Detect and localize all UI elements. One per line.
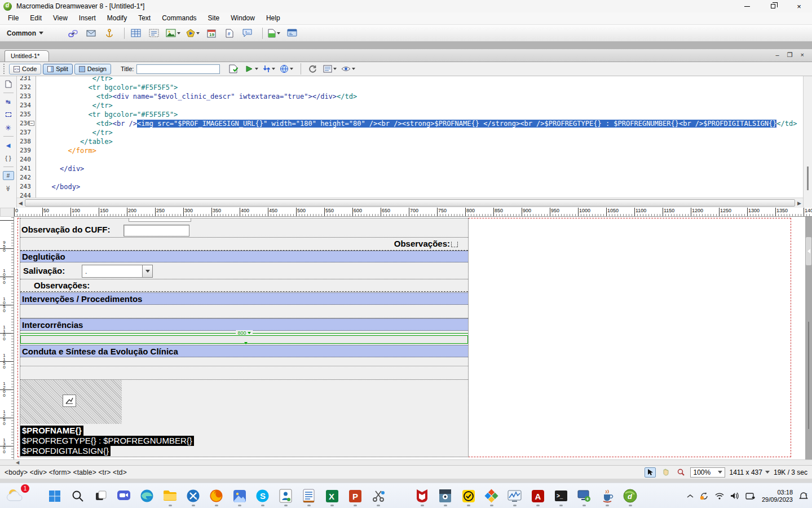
window-size-select[interactable]: 1411 x 437 [729, 468, 770, 476]
code-line-242[interactable]: 242 [17, 173, 803, 182]
hand-tool-button[interactable] [660, 467, 671, 478]
code-line-234[interactable]: 234</tr> [17, 101, 803, 110]
prof-name-text[interactable]: $PROFNAME{} [20, 426, 83, 436]
taskbar-x-app-icon[interactable] [182, 485, 205, 507]
collapse-toggle-icon[interactable]: − [29, 121, 34, 126]
select-parent-tag-icon[interactable]: ◀ [3, 141, 14, 150]
taskbar-photos-icon[interactable] [228, 485, 251, 507]
empty-row[interactable] [20, 357, 468, 366]
design-view-button[interactable]: Design [74, 64, 111, 75]
tag-selector-form[interactable]: <form> [49, 468, 73, 476]
clock[interactable]: 03:18 29/09/2023 [762, 489, 793, 503]
date-icon[interactable]: 19 [204, 27, 219, 40]
split-view-button[interactable]: Split [43, 64, 72, 75]
taskbar-terminal-icon[interactable]: >_ [549, 485, 572, 507]
taskbar-widget-button[interactable]: 1 [6, 486, 28, 506]
taskbar-security-check-icon[interactable] [457, 485, 480, 507]
taskbar-excel-icon[interactable]: X [320, 485, 343, 507]
taskbar-snipping-icon[interactable] [367, 485, 390, 507]
code-line-236[interactable]: 236−<td><br /><img src="$PROF_IMAGESIGN_… [17, 119, 803, 128]
zoom-tool-button[interactable] [675, 467, 686, 478]
scrollbar-thumb[interactable] [807, 167, 809, 190]
code-horizontal-scrollbar[interactable]: ◀ ▶ [17, 198, 803, 208]
tag-selector-td[interactable]: <td> [113, 468, 127, 476]
menu-file[interactable]: File [2, 12, 24, 24]
code-line-237[interactable]: 237</tr> [17, 128, 803, 137]
menu-commands[interactable]: Commands [156, 12, 202, 24]
tag-selector-tr[interactable]: <tr> [98, 468, 113, 476]
tag-selector-body[interactable]: <body> [5, 468, 30, 476]
clipped-input-fragment[interactable] [129, 218, 191, 222]
code-line-235[interactable]: 235<tr bgcolor="#F5F5F5"> [17, 110, 803, 119]
check-browser-icon[interactable] [279, 62, 294, 76]
taskbar-acrobat-icon[interactable]: A [526, 485, 549, 507]
validate-markup-icon[interactable] [227, 62, 241, 76]
tray-device-icon[interactable] [745, 492, 756, 500]
code-view-button[interactable]: <> Code [9, 64, 41, 75]
taskbar-edge-icon[interactable] [135, 485, 158, 507]
code-line-241[interactable]: 241</div> [17, 164, 803, 173]
taskbar-task-view-icon[interactable] [89, 485, 112, 507]
file-management-icon[interactable] [262, 62, 276, 76]
visual-aids-icon[interactable] [340, 62, 356, 76]
templates-icon[interactable] [267, 27, 281, 40]
scrollbar-thumb[interactable] [25, 199, 795, 207]
menu-site[interactable]: Site [202, 12, 226, 24]
taskbar-dreamweaver-icon[interactable]: d [619, 485, 642, 507]
taskbar-explorer-icon[interactable] [158, 485, 182, 507]
menu-text[interactable]: Text [133, 12, 156, 24]
code-line-244[interactable]: 244 [17, 191, 803, 198]
code-vertical-scrollbar[interactable] [803, 76, 812, 207]
server-include-icon[interactable]: # [222, 27, 237, 40]
taskbar-firefox-icon[interactable] [205, 485, 228, 507]
taskbar-eye-app-icon[interactable] [434, 485, 457, 507]
doc-restore-icon[interactable]: ❐ [787, 51, 793, 59]
image-icon[interactable] [165, 27, 182, 40]
tag-selector-path[interactable]: <body> <div> <form> <table> <tr> <td> [5, 468, 127, 476]
taskbar-powerpoint-icon[interactable]: P [343, 485, 367, 507]
code-line-240[interactable]: 240 [17, 155, 803, 164]
empty-row[interactable] [20, 305, 468, 318]
code-line-232[interactable]: 232<tr bgcolor="#F5F5F5"> [17, 83, 803, 92]
menu-edit[interactable]: Edit [24, 12, 47, 24]
code-line-243[interactable]: 243</body> [17, 182, 803, 191]
tag-chooser-icon[interactable] [285, 27, 299, 40]
view-options-icon[interactable] [322, 62, 338, 76]
title-input[interactable] [136, 64, 220, 74]
taskbar-skype-icon[interactable]: S [251, 485, 274, 507]
tag-selector-table[interactable]: <table> [73, 468, 98, 476]
taskbar-start-icon[interactable] [43, 485, 66, 507]
insert-category-dropdown[interactable]: Common [7, 29, 43, 37]
taskbar-resource-monitor-icon[interactable] [503, 485, 526, 507]
select-tool-button[interactable] [645, 467, 656, 478]
chevron-down-icon[interactable] [142, 265, 152, 277]
taskbar-chat-icon[interactable] [112, 485, 135, 507]
notification-bell-icon[interactable]: z [799, 492, 809, 501]
zoom-level-select[interactable]: 100% [690, 467, 725, 478]
panel-collapse-button[interactable] [806, 237, 811, 265]
taskbar-contacts-icon[interactable] [274, 485, 297, 507]
tray-chevron-up-icon[interactable] [687, 494, 694, 498]
prof-digital-sign-text[interactable]: $PROFDIGITALSIGN{} [20, 446, 111, 456]
scroll-left-icon[interactable]: ◀ [16, 460, 19, 465]
minimize-button[interactable] [734, 0, 760, 12]
open-documents-icon[interactable] [3, 80, 14, 89]
close-button[interactable]: × [786, 0, 812, 12]
prof-registry-text[interactable]: $PROFREGTYPE{} : $PROFREGNUMBER{} [20, 436, 194, 446]
sync-status-icon[interactable] [700, 492, 709, 501]
scroll-right-icon[interactable]: ▶ [797, 200, 801, 206]
wifi-icon[interactable] [715, 492, 724, 500]
code-line-233[interactable]: 233<td><div name="$evol_clinic_descr" iw… [17, 92, 803, 101]
refresh-design-icon[interactable] [305, 62, 320, 76]
menu-view[interactable]: View [47, 12, 73, 24]
design-horizontal-scrollbar[interactable]: ◀ [0, 459, 812, 465]
design-vertical-scrollbar[interactable] [808, 322, 809, 429]
menu-insert[interactable]: Insert [73, 12, 102, 24]
menu-modify[interactable]: Modify [102, 12, 133, 24]
more-options-icon[interactable]: ≫ [4, 183, 13, 194]
code-line-231[interactable]: 231</tr> [17, 76, 803, 83]
line-numbers-icon[interactable]: # [3, 171, 14, 180]
collapse-full-tag-icon[interactable]: ↹ [3, 97, 14, 106]
salivation-select[interactable]: . [82, 265, 153, 278]
taskbar-java-icon[interactable] [595, 485, 619, 507]
